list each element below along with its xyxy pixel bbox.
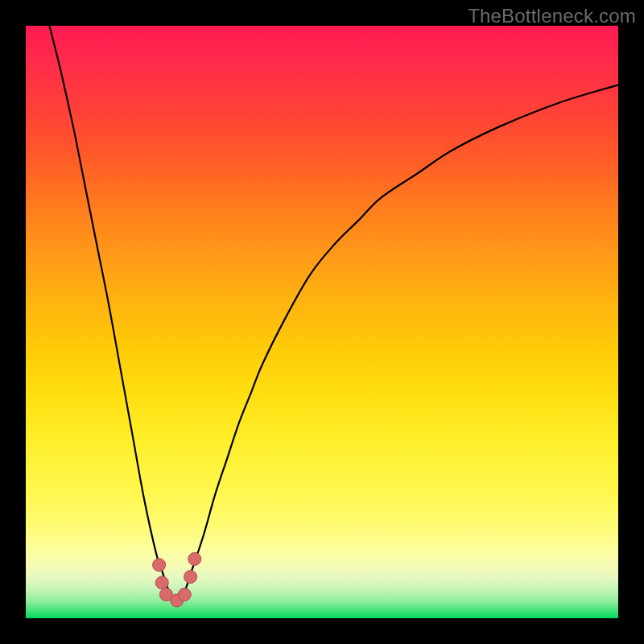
bottleneck-curve <box>49 26 618 602</box>
chart-frame: TheBottleneck.com <box>0 0 644 644</box>
curve-marker <box>188 552 201 565</box>
curve-marker <box>155 576 168 589</box>
curve-marker <box>178 588 191 601</box>
curve-markers <box>153 552 201 607</box>
plot-area <box>26 26 618 618</box>
curve-marker <box>153 559 166 572</box>
curve-marker <box>184 570 197 583</box>
watermark-text: TheBottleneck.com <box>468 5 636 27</box>
curve-layer <box>26 26 618 618</box>
